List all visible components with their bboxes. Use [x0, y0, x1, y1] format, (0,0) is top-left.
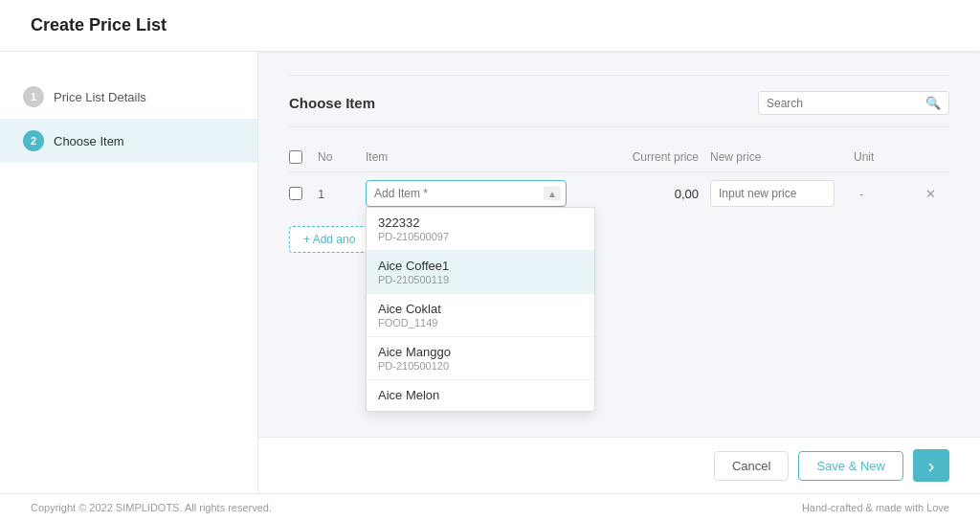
dropdown-item-0[interactable]: 322332 PD-210500097 — [367, 208, 594, 251]
dropdown-arrow-icon[interactable]: ▲ — [544, 187, 561, 201]
content-inner: Choose Item 🔍 No Item Current price New … — [258, 52, 980, 437]
row-num: 1 — [318, 187, 366, 201]
section-title: Choose Item — [289, 95, 375, 111]
section-header: Choose Item 🔍 — [289, 91, 949, 127]
table-header: No Item Current price New price Unit — [289, 143, 949, 172]
copyright-text: Copyright © 2022 SIMPLIDOTS. All rights … — [31, 502, 272, 513]
sidebar: 1 Price List Details 2 Choose Item — [0, 52, 258, 493]
sidebar-item-price-list-details[interactable]: 1 Price List Details — [0, 75, 257, 119]
bottom-footer: Copyright © 2022 SIMPLIDOTS. All rights … — [0, 493, 980, 521]
content-area: Choose Item 🔍 No Item Current price New … — [258, 52, 980, 493]
footer-bar: Cancel Save & New › — [258, 437, 980, 493]
unit-value: - — [854, 187, 911, 201]
header-new-price: New price — [710, 150, 854, 164]
item-input[interactable] — [366, 180, 567, 207]
cancel-button[interactable]: Cancel — [714, 451, 789, 481]
dropdown-list: 322332 PD-210500097 Aice Coffee1 PD-2105… — [366, 207, 595, 412]
sidebar-item-choose-item[interactable]: 2 Choose Item — [0, 119, 257, 163]
step-num-1: 1 — [23, 86, 44, 107]
row-checkbox-cell — [289, 187, 318, 200]
add-another-label: + Add ano — [303, 233, 355, 246]
add-another-button[interactable]: + Add ano — [289, 226, 369, 253]
item-code-2: FOOD_1149 — [378, 317, 583, 328]
new-price-input[interactable] — [710, 180, 835, 207]
go-button[interactable]: › — [913, 449, 949, 482]
item-dropdown-container: ▲ 322332 PD-210500097 Aice Coffee1 PD-21… — [366, 180, 567, 207]
top-bar: Create Price List — [0, 0, 980, 52]
dropdown-item-4[interactable]: Aice Melon — [367, 380, 594, 411]
search-box[interactable]: 🔍 — [758, 91, 949, 115]
main-layout: 1 Price List Details 2 Choose Item Choos… — [0, 52, 980, 493]
step-num-2: 2 — [23, 130, 44, 151]
header-checkbox[interactable] — [289, 150, 302, 164]
header-current-price: Current price — [567, 150, 710, 164]
sidebar-label-choose-item: Choose Item — [54, 134, 124, 148]
row-checkbox[interactable] — [289, 187, 302, 200]
search-icon: 🔍 — [925, 96, 941, 110]
item-name-2: Aice Coklat — [378, 302, 583, 316]
item-code-3: PD-210500120 — [378, 360, 583, 372]
go-arrow-icon: › — [928, 455, 935, 477]
item-name-4: Aice Melon — [378, 388, 583, 402]
table-row: 1 ▲ 322332 PD-210500097 Aice Coffee1 PD-… — [289, 172, 949, 215]
top-divider — [289, 75, 949, 76]
delete-row-button[interactable]: ✕ — [911, 187, 949, 201]
item-name-0: 322332 — [378, 215, 583, 230]
dropdown-item-1[interactable]: Aice Coffee1 PD-210500119 — [367, 251, 594, 294]
dropdown-item-3[interactable]: Aice Manggo PD-210500120 — [367, 337, 594, 380]
sidebar-label-price-list-details: Price List Details — [54, 90, 146, 104]
header-unit: Unit — [854, 150, 911, 164]
header-no: No — [318, 150, 366, 164]
item-name-3: Aice Manggo — [378, 345, 583, 359]
search-input[interactable] — [767, 97, 925, 110]
current-price-value: 0,00 — [567, 187, 710, 201]
item-code-0: PD-210500097 — [378, 231, 583, 242]
item-code-1: PD-210500119 — [378, 274, 583, 285]
page-title: Create Price List — [31, 15, 167, 34]
save-new-button[interactable]: Save & New — [798, 451, 903, 481]
item-name-1: Aice Coffee1 — [378, 259, 583, 273]
header-item: Item — [366, 150, 567, 164]
dropdown-item-2[interactable]: Aice Coklat FOOD_1149 — [367, 294, 594, 337]
tagline-text: Hand-crafted & made with Love — [802, 502, 949, 513]
header-checkbox-cell — [289, 150, 318, 164]
